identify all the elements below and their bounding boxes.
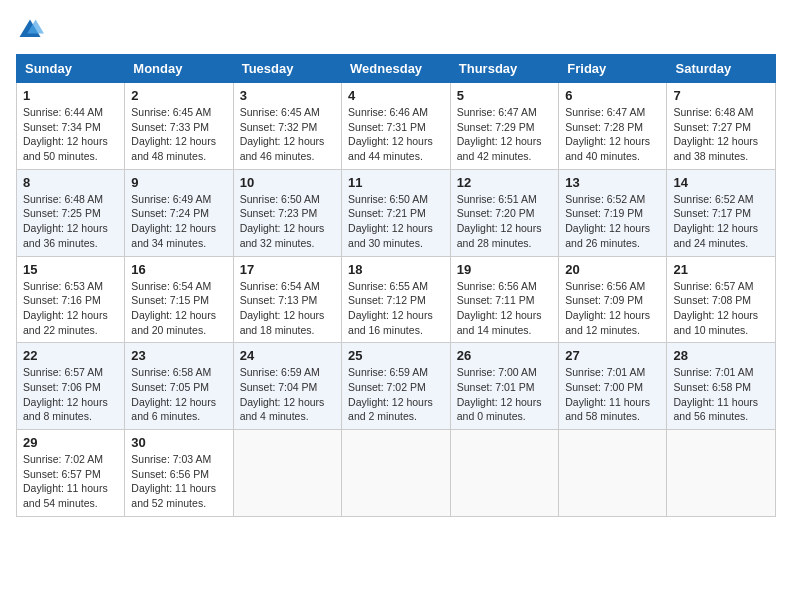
day-cell: 17 Sunrise: 6:54 AMSunset: 7:13 PMDaylig… bbox=[233, 256, 341, 343]
day-cell: 27 Sunrise: 7:01 AMSunset: 7:00 PMDaylig… bbox=[559, 343, 667, 430]
day-number: 14 bbox=[673, 175, 769, 190]
day-info: Sunrise: 6:59 AMSunset: 7:02 PMDaylight:… bbox=[348, 366, 433, 422]
day-cell: 4 Sunrise: 6:46 AMSunset: 7:31 PMDayligh… bbox=[342, 83, 451, 170]
day-cell: 12 Sunrise: 6:51 AMSunset: 7:20 PMDaylig… bbox=[450, 169, 559, 256]
week-row-4: 22 Sunrise: 6:57 AMSunset: 7:06 PMDaylig… bbox=[17, 343, 776, 430]
weekday-header-thursday: Thursday bbox=[450, 55, 559, 83]
weekday-header-tuesday: Tuesday bbox=[233, 55, 341, 83]
day-cell: 23 Sunrise: 6:58 AMSunset: 7:05 PMDaylig… bbox=[125, 343, 233, 430]
day-number: 2 bbox=[131, 88, 226, 103]
week-row-2: 8 Sunrise: 6:48 AMSunset: 7:25 PMDayligh… bbox=[17, 169, 776, 256]
weekday-header-sunday: Sunday bbox=[17, 55, 125, 83]
day-info: Sunrise: 6:53 AMSunset: 7:16 PMDaylight:… bbox=[23, 280, 108, 336]
day-number: 12 bbox=[457, 175, 553, 190]
week-row-5: 29 Sunrise: 7:02 AMSunset: 6:57 PMDaylig… bbox=[17, 430, 776, 517]
day-info: Sunrise: 7:03 AMSunset: 6:56 PMDaylight:… bbox=[131, 453, 216, 509]
day-cell: 5 Sunrise: 6:47 AMSunset: 7:29 PMDayligh… bbox=[450, 83, 559, 170]
day-cell: 11 Sunrise: 6:50 AMSunset: 7:21 PMDaylig… bbox=[342, 169, 451, 256]
weekday-header-monday: Monday bbox=[125, 55, 233, 83]
weekday-header-saturday: Saturday bbox=[667, 55, 776, 83]
week-row-3: 15 Sunrise: 6:53 AMSunset: 7:16 PMDaylig… bbox=[17, 256, 776, 343]
day-cell: 21 Sunrise: 6:57 AMSunset: 7:08 PMDaylig… bbox=[667, 256, 776, 343]
day-cell: 8 Sunrise: 6:48 AMSunset: 7:25 PMDayligh… bbox=[17, 169, 125, 256]
day-cell: 1 Sunrise: 6:44 AMSunset: 7:34 PMDayligh… bbox=[17, 83, 125, 170]
day-number: 17 bbox=[240, 262, 335, 277]
day-number: 5 bbox=[457, 88, 553, 103]
day-number: 22 bbox=[23, 348, 118, 363]
day-info: Sunrise: 6:44 AMSunset: 7:34 PMDaylight:… bbox=[23, 106, 108, 162]
day-cell: 26 Sunrise: 7:00 AMSunset: 7:01 PMDaylig… bbox=[450, 343, 559, 430]
day-cell bbox=[559, 430, 667, 517]
day-cell: 10 Sunrise: 6:50 AMSunset: 7:23 PMDaylig… bbox=[233, 169, 341, 256]
day-cell: 13 Sunrise: 6:52 AMSunset: 7:19 PMDaylig… bbox=[559, 169, 667, 256]
day-number: 7 bbox=[673, 88, 769, 103]
day-info: Sunrise: 6:45 AMSunset: 7:33 PMDaylight:… bbox=[131, 106, 216, 162]
day-cell bbox=[233, 430, 341, 517]
day-number: 19 bbox=[457, 262, 553, 277]
calendar-body: 1 Sunrise: 6:44 AMSunset: 7:34 PMDayligh… bbox=[17, 83, 776, 517]
day-cell: 3 Sunrise: 6:45 AMSunset: 7:32 PMDayligh… bbox=[233, 83, 341, 170]
day-info: Sunrise: 6:56 AMSunset: 7:11 PMDaylight:… bbox=[457, 280, 542, 336]
day-cell: 20 Sunrise: 6:56 AMSunset: 7:09 PMDaylig… bbox=[559, 256, 667, 343]
day-cell: 28 Sunrise: 7:01 AMSunset: 6:58 PMDaylig… bbox=[667, 343, 776, 430]
day-info: Sunrise: 7:00 AMSunset: 7:01 PMDaylight:… bbox=[457, 366, 542, 422]
day-cell: 16 Sunrise: 6:54 AMSunset: 7:15 PMDaylig… bbox=[125, 256, 233, 343]
day-cell: 2 Sunrise: 6:45 AMSunset: 7:33 PMDayligh… bbox=[125, 83, 233, 170]
day-cell: 18 Sunrise: 6:55 AMSunset: 7:12 PMDaylig… bbox=[342, 256, 451, 343]
header bbox=[16, 16, 776, 44]
day-number: 11 bbox=[348, 175, 444, 190]
day-info: Sunrise: 6:58 AMSunset: 7:05 PMDaylight:… bbox=[131, 366, 216, 422]
day-info: Sunrise: 6:52 AMSunset: 7:17 PMDaylight:… bbox=[673, 193, 758, 249]
day-cell: 14 Sunrise: 6:52 AMSunset: 7:17 PMDaylig… bbox=[667, 169, 776, 256]
weekday-header-row: SundayMondayTuesdayWednesdayThursdayFrid… bbox=[17, 55, 776, 83]
day-cell: 24 Sunrise: 6:59 AMSunset: 7:04 PMDaylig… bbox=[233, 343, 341, 430]
day-cell bbox=[342, 430, 451, 517]
day-number: 18 bbox=[348, 262, 444, 277]
day-number: 28 bbox=[673, 348, 769, 363]
day-info: Sunrise: 6:47 AMSunset: 7:29 PMDaylight:… bbox=[457, 106, 542, 162]
day-number: 10 bbox=[240, 175, 335, 190]
day-info: Sunrise: 7:01 AMSunset: 7:00 PMDaylight:… bbox=[565, 366, 650, 422]
day-cell bbox=[450, 430, 559, 517]
day-info: Sunrise: 6:45 AMSunset: 7:32 PMDaylight:… bbox=[240, 106, 325, 162]
day-info: Sunrise: 6:51 AMSunset: 7:20 PMDaylight:… bbox=[457, 193, 542, 249]
day-info: Sunrise: 6:57 AMSunset: 7:06 PMDaylight:… bbox=[23, 366, 108, 422]
day-number: 13 bbox=[565, 175, 660, 190]
day-number: 20 bbox=[565, 262, 660, 277]
day-number: 9 bbox=[131, 175, 226, 190]
day-number: 30 bbox=[131, 435, 226, 450]
logo-icon bbox=[16, 16, 44, 44]
day-number: 25 bbox=[348, 348, 444, 363]
day-info: Sunrise: 6:48 AMSunset: 7:25 PMDaylight:… bbox=[23, 193, 108, 249]
day-number: 16 bbox=[131, 262, 226, 277]
day-info: Sunrise: 6:57 AMSunset: 7:08 PMDaylight:… bbox=[673, 280, 758, 336]
calendar-table: SundayMondayTuesdayWednesdayThursdayFrid… bbox=[16, 54, 776, 517]
day-info: Sunrise: 6:55 AMSunset: 7:12 PMDaylight:… bbox=[348, 280, 433, 336]
day-number: 23 bbox=[131, 348, 226, 363]
day-number: 21 bbox=[673, 262, 769, 277]
day-info: Sunrise: 6:54 AMSunset: 7:13 PMDaylight:… bbox=[240, 280, 325, 336]
day-info: Sunrise: 6:49 AMSunset: 7:24 PMDaylight:… bbox=[131, 193, 216, 249]
day-number: 6 bbox=[565, 88, 660, 103]
logo bbox=[16, 16, 48, 44]
day-info: Sunrise: 6:59 AMSunset: 7:04 PMDaylight:… bbox=[240, 366, 325, 422]
day-cell: 6 Sunrise: 6:47 AMSunset: 7:28 PMDayligh… bbox=[559, 83, 667, 170]
day-info: Sunrise: 6:46 AMSunset: 7:31 PMDaylight:… bbox=[348, 106, 433, 162]
day-info: Sunrise: 7:02 AMSunset: 6:57 PMDaylight:… bbox=[23, 453, 108, 509]
weekday-header-wednesday: Wednesday bbox=[342, 55, 451, 83]
day-info: Sunrise: 6:56 AMSunset: 7:09 PMDaylight:… bbox=[565, 280, 650, 336]
day-cell: 9 Sunrise: 6:49 AMSunset: 7:24 PMDayligh… bbox=[125, 169, 233, 256]
week-row-1: 1 Sunrise: 6:44 AMSunset: 7:34 PMDayligh… bbox=[17, 83, 776, 170]
day-number: 24 bbox=[240, 348, 335, 363]
day-info: Sunrise: 6:50 AMSunset: 7:23 PMDaylight:… bbox=[240, 193, 325, 249]
day-number: 8 bbox=[23, 175, 118, 190]
day-number: 15 bbox=[23, 262, 118, 277]
day-number: 29 bbox=[23, 435, 118, 450]
day-cell: 22 Sunrise: 6:57 AMSunset: 7:06 PMDaylig… bbox=[17, 343, 125, 430]
day-cell: 25 Sunrise: 6:59 AMSunset: 7:02 PMDaylig… bbox=[342, 343, 451, 430]
day-info: Sunrise: 6:48 AMSunset: 7:27 PMDaylight:… bbox=[673, 106, 758, 162]
day-cell: 7 Sunrise: 6:48 AMSunset: 7:27 PMDayligh… bbox=[667, 83, 776, 170]
day-cell: 15 Sunrise: 6:53 AMSunset: 7:16 PMDaylig… bbox=[17, 256, 125, 343]
day-cell: 19 Sunrise: 6:56 AMSunset: 7:11 PMDaylig… bbox=[450, 256, 559, 343]
day-number: 27 bbox=[565, 348, 660, 363]
